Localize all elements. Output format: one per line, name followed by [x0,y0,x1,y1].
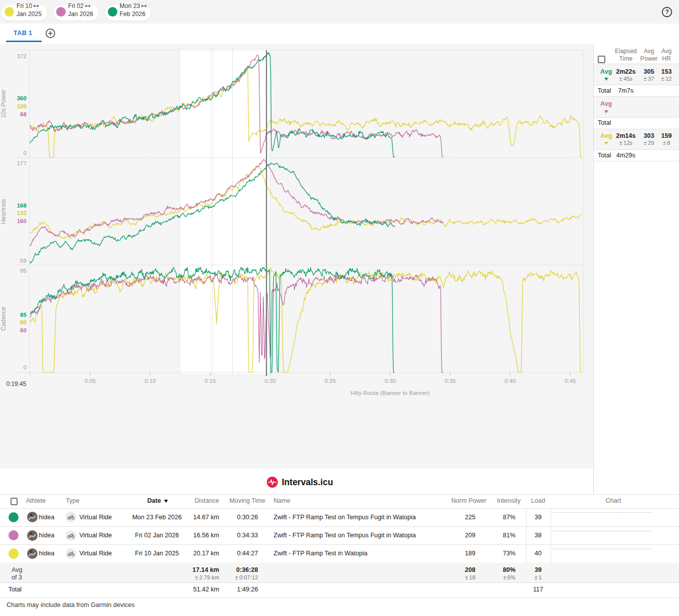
svg-text:?: ? [665,9,669,16]
